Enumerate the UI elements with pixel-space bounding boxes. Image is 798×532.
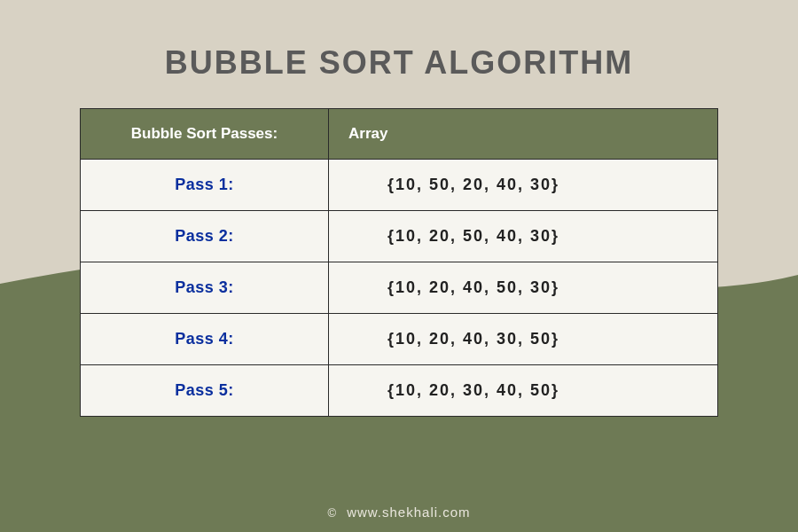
table-row: Pass 3: {10, 20, 40, 50, 30} (81, 262, 717, 314)
header-array: Array (329, 109, 717, 159)
footer: © www.shekhali.com (0, 505, 798, 520)
pass-label: Pass 5: (175, 381, 234, 400)
pass-label: Pass 3: (175, 278, 234, 297)
pass-label: Pass 2: (175, 227, 234, 246)
copyright-symbol: © (327, 506, 337, 520)
table-row: Pass 2: {10, 20, 50, 40, 30} (81, 211, 717, 262)
array-value: {10, 20, 40, 30, 50} (343, 330, 559, 348)
site-url: www.shekhali.com (347, 505, 470, 520)
table-row: Pass 4: {10, 20, 40, 30, 50} (81, 314, 717, 365)
table-row: Pass 5: {10, 20, 30, 40, 50} (81, 365, 717, 416)
header-passes: Bubble Sort Passes: (81, 109, 329, 159)
page-title: BUBBLE SORT ALGORITHM (0, 0, 798, 82)
array-value: {10, 50, 20, 40, 30} (343, 176, 559, 194)
array-value: {10, 20, 40, 50, 30} (343, 278, 559, 297)
pass-label: Pass 1: (175, 176, 234, 194)
table-row: Pass 1: {10, 50, 20, 40, 30} (81, 160, 717, 211)
passes-table: Bubble Sort Passes: Array Pass 1: {10, 5… (80, 108, 718, 417)
array-value: {10, 20, 50, 40, 30} (343, 227, 559, 246)
pass-label: Pass 4: (175, 330, 234, 348)
array-value: {10, 20, 30, 40, 50} (343, 381, 559, 400)
table-header-row: Bubble Sort Passes: Array (81, 109, 717, 160)
